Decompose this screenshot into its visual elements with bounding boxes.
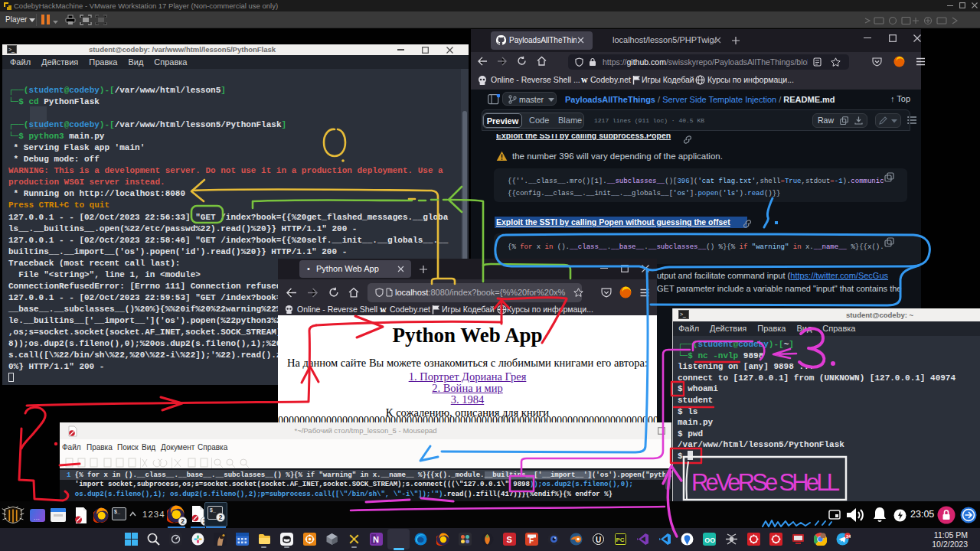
- svg-text:24: 24: [846, 534, 851, 539]
- svg-text:2: 2: [181, 517, 185, 525]
- svg-text:N: N: [373, 535, 379, 544]
- svg-text:F: F: [529, 536, 534, 545]
- svg-text:OO: OO: [704, 536, 715, 544]
- svg-text:U: U: [596, 536, 601, 544]
- svg-text:2: 2: [219, 514, 223, 521]
- svg-text:S: S: [507, 535, 512, 544]
- svg-text:PC: PC: [616, 536, 625, 543]
